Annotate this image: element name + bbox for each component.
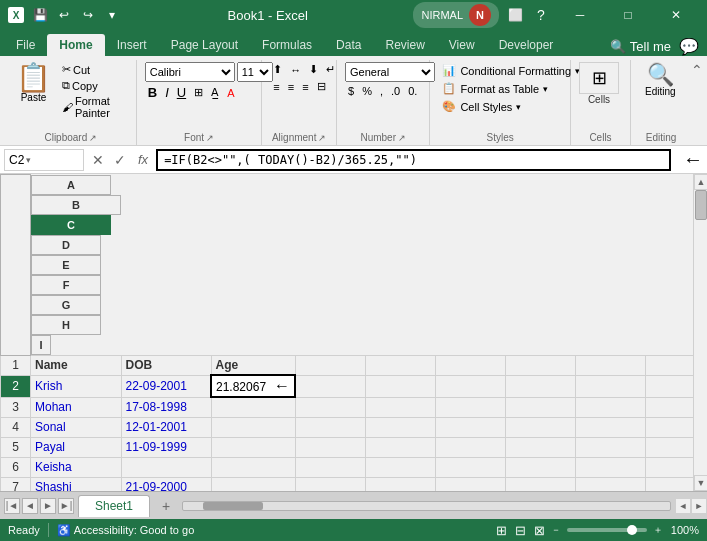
cell-f7[interactable] [435,477,505,491]
cell-c4[interactable] [211,417,295,437]
cell-h3[interactable] [575,397,645,417]
cell-i6[interactable] [645,457,693,477]
cell-a7[interactable]: Shashi [31,477,122,491]
editing-button[interactable]: 🔍 Editing [639,62,682,99]
cell-e1[interactable] [365,355,435,375]
cell-i2[interactable] [645,375,693,397]
align-left-button[interactable]: ≡ [270,79,282,94]
cell-b5[interactable]: 11-09-1999 [121,437,211,457]
cell-g7[interactable] [505,477,575,491]
cell-a2[interactable]: Krish [31,375,122,397]
tab-developer[interactable]: Developer [487,34,566,56]
decrease-decimal-button[interactable]: 0. [405,84,420,98]
cell-d5[interactable] [295,437,365,457]
cell-f5[interactable] [435,437,505,457]
page-break-view-button[interactable]: ⊠ [532,523,547,538]
cell-h2[interactable] [575,375,645,397]
row-num-7[interactable]: 7 [1,477,31,491]
save-button[interactable]: 💾 [30,5,50,25]
normal-view-button[interactable]: ⊞ [494,523,509,538]
cell-h4[interactable] [575,417,645,437]
name-box[interactable]: C2 ▾ [4,149,84,171]
cell-a6[interactable]: Keisha [31,457,122,477]
align-bottom-button[interactable]: ⬇ [306,62,321,77]
row-num-3[interactable]: 3 [1,397,31,417]
cell-b7[interactable]: 21-09-2000 [121,477,211,491]
sheet-tab-sheet1[interactable]: Sheet1 [78,495,150,517]
cell-d3[interactable] [295,397,365,417]
align-top-button[interactable]: ⬆ [270,62,285,77]
cell-d2[interactable] [295,375,365,397]
cell-f4[interactable] [435,417,505,437]
cell-e5[interactable] [365,437,435,457]
row-num-6[interactable]: 6 [1,457,31,477]
copy-button[interactable]: ⧉ Copy [59,78,130,93]
scroll-thumb[interactable] [695,190,707,220]
cell-i7[interactable] [645,477,693,491]
cell-h1[interactable] [575,355,645,375]
paste-button[interactable]: 📋 Paste [12,62,55,105]
cell-c6[interactable] [211,457,295,477]
cell-c1[interactable]: Age [211,355,295,375]
scroll-down-button[interactable]: ▼ [694,475,707,491]
cell-f6[interactable] [435,457,505,477]
cell-g1[interactable] [505,355,575,375]
add-sheet-button[interactable]: + [154,495,178,517]
cell-styles-button[interactable]: 🎨 Cell Styles ▾ [438,98,525,115]
format-as-table-button[interactable]: 📋 Format as Table ▾ [438,80,552,97]
cell-a1[interactable]: Name [31,355,122,375]
cell-i5[interactable] [645,437,693,457]
sheet-nav-last[interactable]: ►| [58,498,74,514]
minimize-button[interactable]: ─ [557,0,603,30]
zoom-slider[interactable] [567,528,647,532]
vertical-scrollbar[interactable]: ▲ ▼ [693,174,707,491]
border-button[interactable]: ⊞ [191,85,206,100]
cell-h6[interactable] [575,457,645,477]
sheet-nav-next[interactable]: ► [40,498,56,514]
align-right-button[interactable]: ≡ [299,79,311,94]
tab-file[interactable]: File [4,34,47,56]
cell-i4[interactable] [645,417,693,437]
col-header-f[interactable]: F [31,275,101,295]
tab-data[interactable]: Data [324,34,373,56]
cell-a3[interactable]: Mohan [31,397,122,417]
tab-page-layout[interactable]: Page Layout [159,34,250,56]
col-header-e[interactable]: E [31,255,101,275]
tab-review[interactable]: Review [373,34,436,56]
cancel-formula-button[interactable]: ✕ [88,150,108,170]
italic-button[interactable]: I [162,84,172,101]
ribbon-collapse-button[interactable]: ⌃ [691,62,703,78]
cell-g4[interactable] [505,417,575,437]
col-header-b[interactable]: B [31,195,121,215]
cell-d1[interactable] [295,355,365,375]
cell-e2[interactable] [365,375,435,397]
underline-button[interactable]: U [174,84,189,101]
maximize-button[interactable]: □ [605,0,651,30]
percent-button[interactable]: % [359,84,375,98]
scroll-up-button[interactable]: ▲ [694,174,707,190]
cell-f2[interactable] [435,375,505,397]
tab-insert[interactable]: Insert [105,34,159,56]
customize-button[interactable]: ▾ [102,5,122,25]
col-header-d[interactable]: D [31,235,101,255]
help-button[interactable]: ? [531,5,551,25]
cell-g3[interactable] [505,397,575,417]
conditional-formatting-button[interactable]: 📊 Conditional Formatting ▾ [438,62,584,79]
increase-decimal-button[interactable]: .0 [388,84,403,98]
sheet-nav-prev[interactable]: ◄ [22,498,38,514]
cell-b6[interactable] [121,457,211,477]
row-num-2[interactable]: 2 [1,375,31,397]
row-num-1[interactable]: 1 [1,355,31,375]
cell-d4[interactable] [295,417,365,437]
cell-b2[interactable]: 22-09-2001 [121,375,211,397]
col-header-g[interactable]: G [31,295,101,315]
zoom-out-button[interactable]: － [551,523,561,537]
number-format-select[interactable]: General [345,62,435,82]
currency-button[interactable]: $ [345,84,357,98]
col-header-h[interactable]: H [31,315,101,335]
col-header-c[interactable]: C [31,215,111,235]
cell-a4[interactable]: Sonal [31,417,122,437]
scroll-right-button[interactable]: ► [691,498,707,514]
format-painter-button[interactable]: 🖌 Format Painter [59,94,130,120]
tab-view[interactable]: View [437,34,487,56]
